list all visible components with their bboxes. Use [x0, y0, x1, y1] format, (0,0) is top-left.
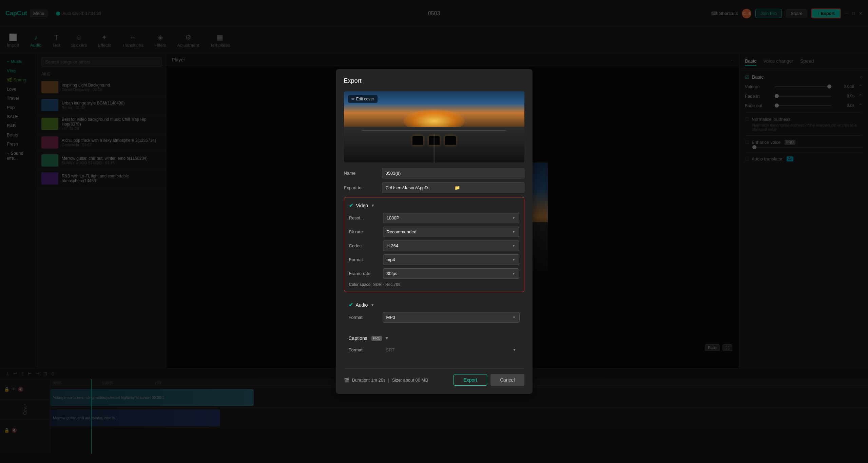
video-section-header: ✔ Video ▼ [349, 202, 519, 209]
framerate-row: Frame rate 30fps ▼ [349, 268, 519, 279]
cancel-button[interactable]: Cancel [490, 374, 524, 386]
captions-format-label: Format [349, 347, 383, 352]
footer-info: 🎬 Duration: 1m 20s | Size: about 80 MB [344, 378, 428, 383]
resolution-label: Resol... [349, 215, 383, 220]
modal-overlay: Export ✏ Edit cover [0, 0, 868, 463]
biker-3 [445, 136, 456, 145]
footer-actions: Export Cancel [454, 374, 524, 386]
audio-format-select[interactable]: MP3 ▼ [383, 312, 520, 323]
colorspace-row: Color space: SDR - Rec.709 [349, 282, 519, 287]
name-input[interactable] [382, 168, 524, 178]
video-section: ✔ Video ▼ Resol... 1080P ▼ Bit rate Reco… [344, 197, 524, 292]
audio-section-header: ✔ Audio ▼ [349, 302, 520, 308]
audio-expand-icon[interactable]: ▼ [370, 303, 374, 307]
bitrate-arrow-icon: ▼ [512, 230, 516, 234]
audio-check-icon[interactable]: ✔ [349, 302, 353, 308]
name-row: Name [344, 168, 524, 178]
format-arrow-icon: ▼ [512, 258, 516, 262]
framerate-select[interactable]: 30fps ▼ [383, 268, 519, 279]
captions-expand-icon[interactable]: ▼ [385, 336, 389, 341]
export-to-label: Export to [344, 185, 378, 190]
center-line [433, 134, 435, 162]
codec-row: Codec H.264 ▼ [349, 240, 519, 251]
audio-section: ✔ Audio ▼ Format MP3 ▼ [344, 297, 524, 331]
captions-arrow-icon: ▼ [513, 348, 516, 352]
modal-title: Export [344, 77, 524, 84]
film-icon: 🎬 [344, 378, 349, 383]
name-label: Name [344, 171, 378, 176]
bitrate-select[interactable]: Recommended ▼ [383, 227, 519, 237]
modal-footer: 🎬 Duration: 1m 20s | Size: about 80 MB E… [344, 368, 524, 386]
framerate-arrow-icon: ▼ [512, 272, 516, 275]
bitrate-row: Bit rate Recommended ▼ [349, 227, 519, 237]
captions-section-header: Captions PRO ▼ [349, 335, 520, 341]
edit-cover-button[interactable]: ✏ Edit cover [348, 95, 378, 103]
video-check-icon[interactable]: ✔ [349, 202, 353, 209]
bitrate-label: Bit rate [349, 229, 383, 234]
export-to-field[interactable]: C:/Users/Jason/AppD... 📁 [382, 182, 524, 193]
captions-format-row: Format SRT ▼ [349, 345, 520, 355]
codec-select[interactable]: H.264 ▼ [383, 240, 519, 251]
modal-preview: ✏ Edit cover [344, 91, 524, 162]
guardrail [362, 130, 506, 131]
format-row: Format mp4 ▼ [349, 254, 519, 265]
captions-format-select[interactable]: SRT ▼ [383, 345, 520, 355]
resolution-select[interactable]: 1080P ▼ [383, 213, 519, 223]
audio-format-arrow-icon: ▼ [513, 315, 516, 319]
biker-1 [412, 136, 423, 145]
folder-icon[interactable]: 📁 [455, 185, 521, 190]
video-expand-icon[interactable]: ▼ [371, 203, 375, 208]
format-label: Format [349, 257, 383, 262]
audio-format-row: Format MP3 ▼ [349, 312, 520, 323]
captions-section: Captions PRO ▼ Format SRT ▼ [344, 335, 524, 363]
export-confirm-button[interactable]: Export [454, 374, 487, 386]
edit-icon: ✏ [351, 97, 355, 101]
audio-format-label: Format [349, 315, 383, 320]
resolution-arrow-icon: ▼ [512, 216, 516, 220]
format-select[interactable]: mp4 ▼ [383, 254, 519, 265]
codec-label: Codec [349, 243, 383, 248]
codec-arrow-icon: ▼ [512, 244, 516, 248]
framerate-label: Frame rate [349, 271, 383, 276]
export-modal: Export ✏ Edit cover [336, 69, 533, 394]
captions-pro-badge: PRO [371, 336, 382, 341]
export-to-row: Export to C:/Users/Jason/AppD... 📁 [344, 182, 524, 193]
resolution-row: Resol... 1080P ▼ [349, 213, 519, 223]
